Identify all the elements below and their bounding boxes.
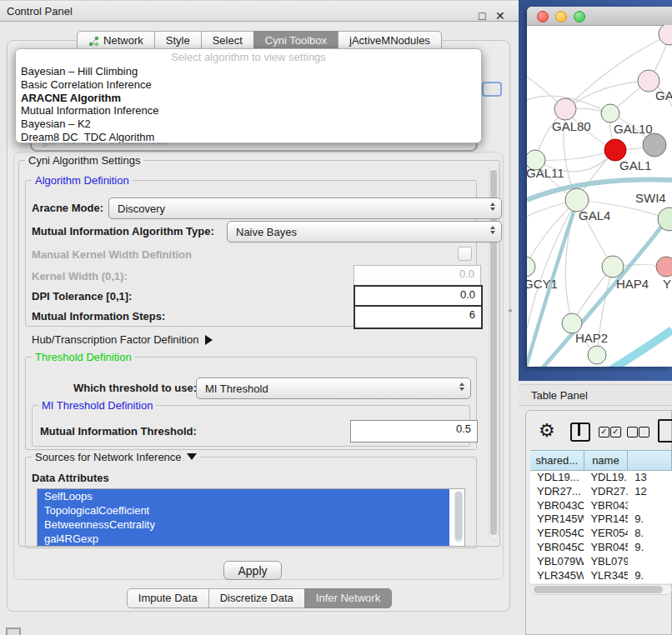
table-cell[interactable]: YIL052C [530, 582, 584, 583]
network-node[interactable] [659, 25, 672, 45]
tab-label: Discretize Data [220, 589, 293, 608]
network-node[interactable] [643, 133, 666, 157]
aracne-mode-select[interactable]: Discovery [108, 198, 502, 219]
apply-button[interactable]: Apply [223, 561, 282, 580]
table-row[interactable]: YLR345WYLR345W9. [530, 569, 672, 583]
table-row[interactable]: YER054CYER054C8. [530, 527, 672, 541]
table-cell[interactable]: 9. [628, 512, 672, 527]
table-cell[interactable]: 13 [628, 471, 672, 485]
node-label: HAP2 [575, 331, 608, 345]
table-hscrollbar[interactable] [530, 584, 672, 595]
table-cell[interactable]: YER054C [530, 527, 584, 541]
close-traffic-light-icon[interactable] [537, 11, 549, 22]
which-threshold-select[interactable]: MI Threshold [196, 378, 471, 399]
network-node[interactable] [588, 346, 606, 364]
tab-impute-data[interactable]: Impute Data [127, 588, 209, 608]
column-header[interactable]: name [584, 450, 629, 471]
attribute-list-item[interactable]: SelfLoops [38, 489, 449, 503]
network-node-y[interactable] [656, 257, 672, 277]
table-cell[interactable] [628, 555, 672, 569]
network-node-gcy1[interactable] [527, 257, 535, 277]
stepper-arrows-icon [490, 226, 495, 234]
table-cell[interactable]: YDR27... [530, 485, 584, 499]
table-cell[interactable]: YDR27... [584, 485, 628, 499]
table-cell[interactable]: 9 [628, 582, 672, 583]
attribute-list-item[interactable]: TopologicalCoefficient [38, 503, 449, 518]
table-cell[interactable]: 12 [628, 485, 672, 499]
table-hscrollbar-thumb[interactable] [534, 586, 663, 593]
stepper-arrows-icon [459, 382, 464, 391]
hub-definition-header[interactable]: Hub/Transcription Factor Definition [32, 333, 213, 346]
attributes-scrollbar[interactable] [454, 491, 463, 542]
table-cell[interactable]: YBL079W [530, 555, 584, 569]
panel-splitter-grip[interactable]: ◂ [508, 306, 514, 314]
tab-infer-network[interactable]: Infer Network [304, 588, 392, 608]
table-row[interactable]: YBR045CYBR045C9. [530, 541, 672, 555]
close-window-icon[interactable]: ✕ [495, 9, 505, 22]
network-window-titlebar[interactable] [527, 7, 672, 26]
tab-discretize-data[interactable]: Discretize Data [208, 588, 305, 608]
attribute-list-item[interactable]: BetweennessCentrality [38, 518, 449, 532]
table-row[interactable]: YDR27...YDR27...12 [530, 485, 672, 499]
mi-threshold-field[interactable]: 0.5 [350, 420, 478, 442]
unchecked-checkbox-icon[interactable] [627, 427, 638, 438]
table-cell[interactable]: YDL19... [530, 471, 584, 485]
dropdown-item[interactable]: Basic Correlation Inference [16, 78, 481, 92]
network-node-gal80[interactable] [554, 98, 576, 120]
dropdown-item[interactable]: Bayesian – K2 [16, 118, 481, 131]
column-header[interactable] [627, 450, 672, 471]
table-cell[interactable]: YPR145W [530, 512, 584, 527]
mi-type-label: Mutual Information Algorithm Type: [32, 225, 214, 238]
table-cell[interactable]: YIL052C [584, 582, 628, 583]
table-cell[interactable]: 8. [628, 527, 672, 541]
node-label: GAL11 [527, 166, 564, 180]
gear-icon[interactable]: ⚙ [539, 420, 555, 441]
mi-steps-field[interactable]: 6 [354, 305, 483, 329]
kernel-width-field[interactable]: 0.0 [354, 265, 481, 288]
table-cell[interactable]: YBR045C [530, 541, 584, 555]
checked-checkbox-icon[interactable]: ✓ [610, 427, 621, 438]
column-header[interactable]: shared... [530, 450, 584, 471]
dropdown-item[interactable]: ARACNE Algorithm [16, 92, 481, 105]
table-row[interactable]: YBL079WYBL079W [530, 555, 672, 569]
table-cell[interactable]: YBR043C [584, 499, 628, 513]
dropdown-item[interactable]: Mutual Information Inference [16, 104, 481, 118]
node-label: HAP4 [616, 277, 649, 291]
table-row[interactable]: YPR145WYPR145W9. [530, 512, 672, 527]
data-attributes-list[interactable]: SelfLoopsTopologicalCoefficientBetweenne… [37, 488, 465, 547]
table-cell[interactable]: YBL079W [584, 555, 628, 569]
float-window-icon[interactable]: □ [479, 9, 485, 22]
table-cell[interactable]: YBR045C [584, 541, 628, 555]
table-cell[interactable]: YLR345W [530, 569, 584, 583]
table-row[interactable]: YDL19...YDL19...13 [530, 471, 672, 485]
checked-checkbox-icon[interactable]: ✓ [599, 427, 609, 438]
dropdown-item[interactable]: Dream8 DC_TDC Algorithm [16, 131, 481, 143]
table-row[interactable]: YBR043CYBR043C [530, 499, 672, 513]
zoom-traffic-light-icon[interactable] [574, 11, 585, 22]
dropdown-prompt: Select algorithm to view settings [16, 49, 481, 65]
table-cell[interactable]: 9. [628, 569, 672, 583]
minimize-traffic-light-icon[interactable] [555, 11, 567, 22]
table-cell[interactable]: YER054C [584, 527, 628, 541]
cyni-settings-title: Cyni Algorithm Settings [25, 154, 143, 167]
attribute-list-item[interactable]: gal4RGexp [38, 532, 449, 546]
table-cell[interactable]: YBR043C [530, 499, 584, 513]
table-row[interactable]: YIL052CYIL052C9 [530, 582, 672, 583]
columns-icon[interactable] [570, 422, 590, 442]
network-canvas[interactable]: GALGAL80GAL10GAL1GAL11SWI4GAL4GCY1HAP4YH… [527, 25, 672, 367]
manual-kernel-checkbox[interactable] [458, 247, 472, 261]
unchecked-checkbox-icon[interactable] [639, 427, 649, 438]
table-cell[interactable]: YDL19... [584, 471, 628, 485]
table-cell[interactable]: 9. [628, 541, 672, 555]
attributes-scrollbar-thumb[interactable] [455, 492, 462, 540]
network-node-gal10[interactable] [601, 104, 619, 122]
sources-group-header[interactable]: Sources for Network Inference [32, 451, 200, 463]
table-cell[interactable]: YLR345W [584, 569, 628, 583]
collapse-down-icon [187, 453, 197, 460]
table-cell[interactable] [628, 499, 672, 513]
network-node-hap4[interactable] [602, 256, 624, 278]
table-cell[interactable]: YPR145W [584, 512, 628, 527]
dropdown-item[interactable]: Bayesian – Hill Climbing [16, 65, 481, 78]
mi-type-select[interactable]: Naive Bayes [227, 221, 502, 242]
document-icon[interactable] [658, 419, 672, 442]
